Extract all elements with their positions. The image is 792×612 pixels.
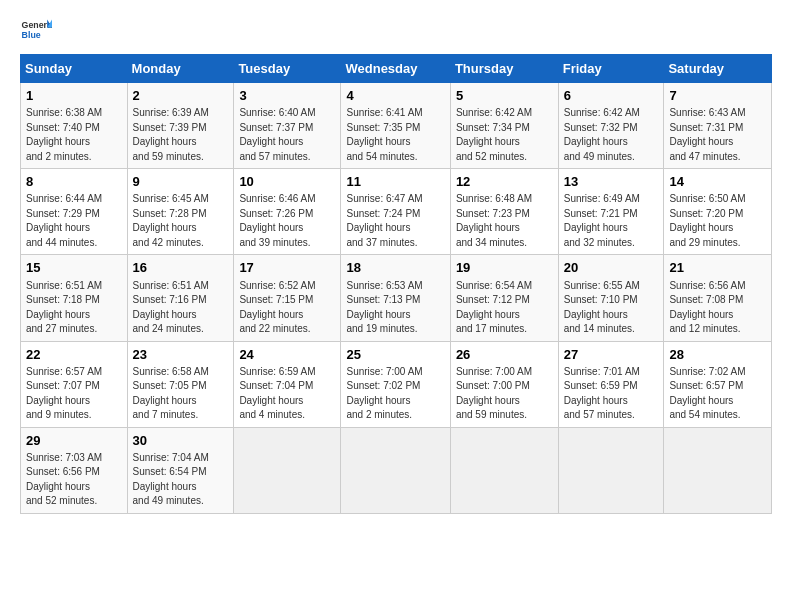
cell-sun-info: Sunrise: 6:54 AMSunset: 7:12 PMDaylight … xyxy=(456,279,554,337)
header: General Blue xyxy=(20,16,772,44)
column-header-sunday: Sunday xyxy=(21,55,128,83)
day-number: 20 xyxy=(564,259,660,277)
cell-sun-info: Sunrise: 6:45 AMSunset: 7:28 PMDaylight … xyxy=(133,192,230,250)
day-number: 13 xyxy=(564,173,660,191)
calendar-cell xyxy=(234,427,341,513)
calendar-week-row: 8Sunrise: 6:44 AMSunset: 7:29 PMDaylight… xyxy=(21,169,772,255)
day-number: 29 xyxy=(26,432,123,450)
column-header-wednesday: Wednesday xyxy=(341,55,450,83)
day-number: 15 xyxy=(26,259,123,277)
day-number: 21 xyxy=(669,259,767,277)
logo: General Blue xyxy=(20,16,52,44)
day-number: 6 xyxy=(564,87,660,105)
day-number: 12 xyxy=(456,173,554,191)
calendar-cell: 12Sunrise: 6:48 AMSunset: 7:23 PMDayligh… xyxy=(450,169,558,255)
calendar-cell: 1Sunrise: 6:38 AMSunset: 7:40 PMDaylight… xyxy=(21,83,128,169)
cell-sun-info: Sunrise: 6:40 AMSunset: 7:37 PMDaylight … xyxy=(239,106,336,164)
day-number: 22 xyxy=(26,346,123,364)
calendar-cell xyxy=(450,427,558,513)
calendar-cell: 17Sunrise: 6:52 AMSunset: 7:15 PMDayligh… xyxy=(234,255,341,341)
logo-icon: General Blue xyxy=(20,16,52,44)
column-header-friday: Friday xyxy=(558,55,664,83)
calendar-cell: 8Sunrise: 6:44 AMSunset: 7:29 PMDaylight… xyxy=(21,169,128,255)
cell-sun-info: Sunrise: 6:44 AMSunset: 7:29 PMDaylight … xyxy=(26,192,123,250)
calendar-cell: 2Sunrise: 6:39 AMSunset: 7:39 PMDaylight… xyxy=(127,83,234,169)
cell-sun-info: Sunrise: 6:42 AMSunset: 7:34 PMDaylight … xyxy=(456,106,554,164)
cell-sun-info: Sunrise: 6:43 AMSunset: 7:31 PMDaylight … xyxy=(669,106,767,164)
day-number: 23 xyxy=(133,346,230,364)
calendar-table: SundayMondayTuesdayWednesdayThursdayFrid… xyxy=(20,54,772,514)
calendar-cell: 5Sunrise: 6:42 AMSunset: 7:34 PMDaylight… xyxy=(450,83,558,169)
day-number: 24 xyxy=(239,346,336,364)
column-header-monday: Monday xyxy=(127,55,234,83)
cell-sun-info: Sunrise: 6:41 AMSunset: 7:35 PMDaylight … xyxy=(346,106,445,164)
calendar-cell: 6Sunrise: 6:42 AMSunset: 7:32 PMDaylight… xyxy=(558,83,664,169)
cell-sun-info: Sunrise: 6:51 AMSunset: 7:18 PMDaylight … xyxy=(26,279,123,337)
day-number: 14 xyxy=(669,173,767,191)
cell-sun-info: Sunrise: 6:56 AMSunset: 7:08 PMDaylight … xyxy=(669,279,767,337)
calendar-cell: 7Sunrise: 6:43 AMSunset: 7:31 PMDaylight… xyxy=(664,83,772,169)
calendar-cell: 29Sunrise: 7:03 AMSunset: 6:56 PMDayligh… xyxy=(21,427,128,513)
calendar-cell xyxy=(341,427,450,513)
cell-sun-info: Sunrise: 6:39 AMSunset: 7:39 PMDaylight … xyxy=(133,106,230,164)
day-number: 4 xyxy=(346,87,445,105)
calendar-cell: 19Sunrise: 6:54 AMSunset: 7:12 PMDayligh… xyxy=(450,255,558,341)
day-number: 26 xyxy=(456,346,554,364)
column-header-thursday: Thursday xyxy=(450,55,558,83)
day-number: 3 xyxy=(239,87,336,105)
cell-sun-info: Sunrise: 6:51 AMSunset: 7:16 PMDaylight … xyxy=(133,279,230,337)
cell-sun-info: Sunrise: 6:47 AMSunset: 7:24 PMDaylight … xyxy=(346,192,445,250)
calendar-cell: 24Sunrise: 6:59 AMSunset: 7:04 PMDayligh… xyxy=(234,341,341,427)
day-number: 2 xyxy=(133,87,230,105)
calendar-week-row: 29Sunrise: 7:03 AMSunset: 6:56 PMDayligh… xyxy=(21,427,772,513)
calendar-cell: 10Sunrise: 6:46 AMSunset: 7:26 PMDayligh… xyxy=(234,169,341,255)
calendar-cell: 25Sunrise: 7:00 AMSunset: 7:02 PMDayligh… xyxy=(341,341,450,427)
calendar-cell: 27Sunrise: 7:01 AMSunset: 6:59 PMDayligh… xyxy=(558,341,664,427)
calendar-cell: 18Sunrise: 6:53 AMSunset: 7:13 PMDayligh… xyxy=(341,255,450,341)
cell-sun-info: Sunrise: 6:49 AMSunset: 7:21 PMDaylight … xyxy=(564,192,660,250)
cell-sun-info: Sunrise: 7:04 AMSunset: 6:54 PMDaylight … xyxy=(133,451,230,509)
cell-sun-info: Sunrise: 6:38 AMSunset: 7:40 PMDaylight … xyxy=(26,106,123,164)
cell-sun-info: Sunrise: 6:59 AMSunset: 7:04 PMDaylight … xyxy=(239,365,336,423)
cell-sun-info: Sunrise: 6:46 AMSunset: 7:26 PMDaylight … xyxy=(239,192,336,250)
day-number: 28 xyxy=(669,346,767,364)
cell-sun-info: Sunrise: 6:42 AMSunset: 7:32 PMDaylight … xyxy=(564,106,660,164)
cell-sun-info: Sunrise: 7:00 AMSunset: 7:00 PMDaylight … xyxy=(456,365,554,423)
cell-sun-info: Sunrise: 6:57 AMSunset: 7:07 PMDaylight … xyxy=(26,365,123,423)
calendar-week-row: 1Sunrise: 6:38 AMSunset: 7:40 PMDaylight… xyxy=(21,83,772,169)
calendar-cell: 13Sunrise: 6:49 AMSunset: 7:21 PMDayligh… xyxy=(558,169,664,255)
calendar-cell: 11Sunrise: 6:47 AMSunset: 7:24 PMDayligh… xyxy=(341,169,450,255)
calendar-cell: 22Sunrise: 6:57 AMSunset: 7:07 PMDayligh… xyxy=(21,341,128,427)
svg-text:Blue: Blue xyxy=(22,30,41,40)
calendar-cell xyxy=(558,427,664,513)
calendar-cell xyxy=(664,427,772,513)
calendar-cell: 23Sunrise: 6:58 AMSunset: 7:05 PMDayligh… xyxy=(127,341,234,427)
day-number: 8 xyxy=(26,173,123,191)
day-number: 27 xyxy=(564,346,660,364)
cell-sun-info: Sunrise: 6:52 AMSunset: 7:15 PMDaylight … xyxy=(239,279,336,337)
calendar-cell: 21Sunrise: 6:56 AMSunset: 7:08 PMDayligh… xyxy=(664,255,772,341)
calendar-header-row: SundayMondayTuesdayWednesdayThursdayFrid… xyxy=(21,55,772,83)
cell-sun-info: Sunrise: 6:55 AMSunset: 7:10 PMDaylight … xyxy=(564,279,660,337)
day-number: 16 xyxy=(133,259,230,277)
day-number: 1 xyxy=(26,87,123,105)
day-number: 7 xyxy=(669,87,767,105)
cell-sun-info: Sunrise: 6:53 AMSunset: 7:13 PMDaylight … xyxy=(346,279,445,337)
day-number: 9 xyxy=(133,173,230,191)
cell-sun-info: Sunrise: 6:50 AMSunset: 7:20 PMDaylight … xyxy=(669,192,767,250)
page-container: General Blue SundayMondayTuesdayWednesda… xyxy=(0,0,792,524)
calendar-cell: 14Sunrise: 6:50 AMSunset: 7:20 PMDayligh… xyxy=(664,169,772,255)
day-number: 10 xyxy=(239,173,336,191)
column-header-saturday: Saturday xyxy=(664,55,772,83)
calendar-cell: 3Sunrise: 6:40 AMSunset: 7:37 PMDaylight… xyxy=(234,83,341,169)
cell-sun-info: Sunrise: 7:03 AMSunset: 6:56 PMDaylight … xyxy=(26,451,123,509)
day-number: 30 xyxy=(133,432,230,450)
cell-sun-info: Sunrise: 6:48 AMSunset: 7:23 PMDaylight … xyxy=(456,192,554,250)
column-header-tuesday: Tuesday xyxy=(234,55,341,83)
day-number: 11 xyxy=(346,173,445,191)
calendar-week-row: 15Sunrise: 6:51 AMSunset: 7:18 PMDayligh… xyxy=(21,255,772,341)
calendar-cell: 9Sunrise: 6:45 AMSunset: 7:28 PMDaylight… xyxy=(127,169,234,255)
day-number: 17 xyxy=(239,259,336,277)
calendar-cell: 30Sunrise: 7:04 AMSunset: 6:54 PMDayligh… xyxy=(127,427,234,513)
cell-sun-info: Sunrise: 7:01 AMSunset: 6:59 PMDaylight … xyxy=(564,365,660,423)
